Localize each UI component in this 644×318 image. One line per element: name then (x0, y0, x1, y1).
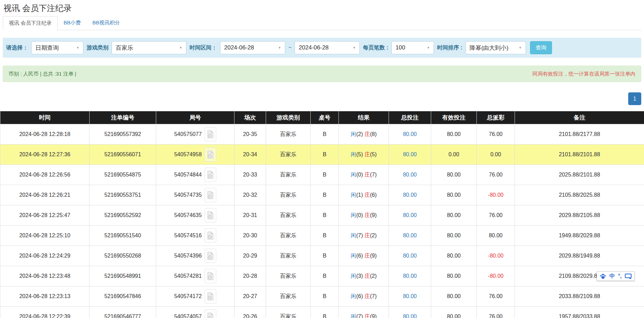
bet-slip-video-icon[interactable] (205, 228, 216, 243)
bet-slip-video-icon[interactable] (205, 127, 216, 141)
bet-slip-video-icon[interactable] (205, 147, 216, 162)
cell-remark: 2105.88/2025.88 (515, 185, 644, 205)
game-type-value: 百家乐 (116, 44, 133, 52)
result-player-count: (7) (356, 232, 363, 238)
cell-result: 闲(7) 庄(9) (339, 307, 389, 318)
cell-total-bet: 80.00 (389, 145, 431, 165)
result-banker-label: 庄 (365, 273, 370, 279)
page-size-select[interactable]: 100 ▼ (391, 41, 434, 54)
cell-game-type: 百家乐 (266, 307, 311, 318)
total-bet-link[interactable]: 80.00 (403, 192, 417, 198)
query-type-select[interactable]: 日期查询 ▼ (31, 41, 83, 54)
cell-payout: 80.00 (477, 226, 515, 246)
column-header-game-type: 游戏类别 (266, 111, 311, 124)
punctuation-mode-icon[interactable]: °, (618, 273, 622, 279)
bet-slip-video-icon[interactable] (205, 188, 216, 202)
table-row: 2024-06-28 12:27:36521690556071540574958… (0, 145, 644, 165)
total-bet-link[interactable]: 80.00 (403, 151, 417, 157)
result-player-label: 闲 (351, 232, 356, 238)
cell-round-id: 540574516 (156, 226, 234, 246)
chevron-down-icon: ▼ (76, 46, 79, 49)
cell-total-bet: 80.00 (389, 307, 431, 318)
sort-order-select[interactable]: 降幂(由大到小) ▼ (465, 41, 526, 54)
bet-slip-video-icon[interactable] (205, 269, 216, 283)
cell-table-no: B (311, 165, 339, 185)
filter-bar: 请选择： 日期查询 ▼ 游戏类别 百家乐 ▼ 时间区间： 2024-06-28 … (3, 38, 641, 58)
cell-remark: 1957.88/2033.88 (515, 307, 644, 318)
cell-table-no: B (311, 226, 339, 246)
cell-bet-id: 521690551540 (90, 226, 156, 246)
result-player-label: 闲 (351, 131, 356, 137)
cell-table-no: B (311, 307, 339, 318)
page-button-1[interactable]: 1 (628, 92, 641, 105)
table-header-row: 时间注单编号局号场次游戏类别桌号结果总投注有效投注总派彩备注 (0, 111, 644, 124)
total-bet-link[interactable]: 80.00 (403, 273, 417, 279)
result-player-count: (0) (356, 172, 363, 178)
cell-round-id: 540575077 (156, 124, 234, 145)
remark-value: 2105.88/2025.88 (559, 192, 600, 198)
bet-slip-video-icon[interactable] (205, 249, 216, 263)
cell-time: 2024-06-28 12:22:39 (0, 307, 90, 318)
cell-session: 20-29 (234, 246, 266, 266)
date-to-select[interactable]: 2024-06-28 ▼ (295, 41, 360, 54)
cell-valid-bet: 80.00 (431, 246, 477, 266)
table-row: 2024-06-28 12:22:39521690546777540574057… (0, 307, 644, 318)
result-player-label: 闲 (351, 212, 356, 218)
cell-bet-id: 521690553751 (90, 185, 156, 205)
cell-session: 20-32 (234, 185, 266, 205)
page-size-value: 100 (395, 44, 405, 51)
window-icon[interactable] (625, 273, 632, 279)
total-bet-link[interactable]: 80.00 (403, 131, 417, 137)
result-banker-count: (9) (370, 314, 377, 318)
bet-slip-video-icon[interactable] (205, 289, 216, 304)
total-bet-link[interactable]: 80.00 (403, 253, 417, 259)
sort-order-label: 时间排序 : (437, 44, 462, 52)
total-bet-link[interactable]: 80.00 (403, 232, 417, 238)
bet-slip-video-icon[interactable] (205, 168, 216, 182)
column-header-bet-id: 注单编号 (90, 111, 156, 124)
result-banker-label: 庄 (365, 172, 370, 178)
cell-time: 2024-06-28 12:26:56 (0, 165, 90, 185)
cell-valid-bet: 80.00 (431, 307, 477, 318)
result-player-label: 闲 (351, 151, 356, 157)
round-id-value: 540574635 (174, 212, 202, 218)
cell-round-id: 540574057 (156, 307, 234, 318)
cell-total-bet: 80.00 (389, 205, 431, 226)
game-type-select[interactable]: 百家乐 ▼ (112, 41, 186, 54)
table-row: 2024-06-28 12:25:47521690552592540574635… (0, 205, 644, 226)
cell-remark: 2029.88/2105.88 (515, 205, 644, 226)
bet-slip-video-icon[interactable] (205, 208, 216, 223)
cell-game-type: 百家乐 (266, 286, 311, 307)
cell-total-bet: 80.00 (389, 246, 431, 266)
column-header-remark: 备注 (515, 111, 644, 124)
round-id-value: 540574057 (174, 314, 202, 318)
cell-session: 20-35 (234, 124, 266, 145)
total-bet-link[interactable]: 80.00 (403, 314, 417, 318)
result-banker-label: 庄 (365, 232, 370, 238)
query-type-label: 请选择： (6, 44, 28, 52)
total-bet-link[interactable]: 80.00 (403, 212, 417, 218)
tab-bb-video-points[interactable]: BB视讯积分 (87, 16, 126, 30)
result-player-count: (7) (356, 314, 363, 318)
date-to-value: 2024-06-28 (299, 44, 329, 51)
date-from-select[interactable]: 2024-06-28 ▼ (220, 41, 285, 54)
summary-bar: 币别 : 人民币 | 总共 :31 注单 | 同局有效投注，统一计算在该局第一张… (3, 66, 641, 82)
cell-payout: 76.00 (477, 165, 515, 185)
total-bet-link[interactable]: 80.00 (403, 172, 417, 178)
tab-betting-records[interactable]: 视讯 会员下注纪录 (3, 16, 58, 30)
column-header-valid-bet: 有效投注 (431, 111, 477, 124)
search-button[interactable]: 查询 (530, 41, 552, 54)
chinese-mode-icon[interactable]: 中 (609, 273, 615, 279)
round-id-value: 540575077 (174, 131, 202, 137)
round-id-value: 540574396 (174, 253, 202, 259)
sort-order-value: 降幂(由大到小) (470, 44, 508, 52)
paw-icon[interactable] (600, 273, 606, 279)
ime-toolbar[interactable]: 中°, (597, 271, 635, 281)
cell-table-no: B (311, 246, 339, 266)
total-bet-link[interactable]: 80.00 (403, 293, 417, 299)
cell-table-no: B (311, 286, 339, 307)
tab-bb-tips[interactable]: BB小费 (58, 16, 87, 30)
cell-payout: 76.00 (477, 205, 515, 226)
bet-slip-video-icon[interactable] (205, 309, 216, 318)
table-row: 2024-06-28 12:23:48521690548991540574281… (0, 266, 644, 286)
